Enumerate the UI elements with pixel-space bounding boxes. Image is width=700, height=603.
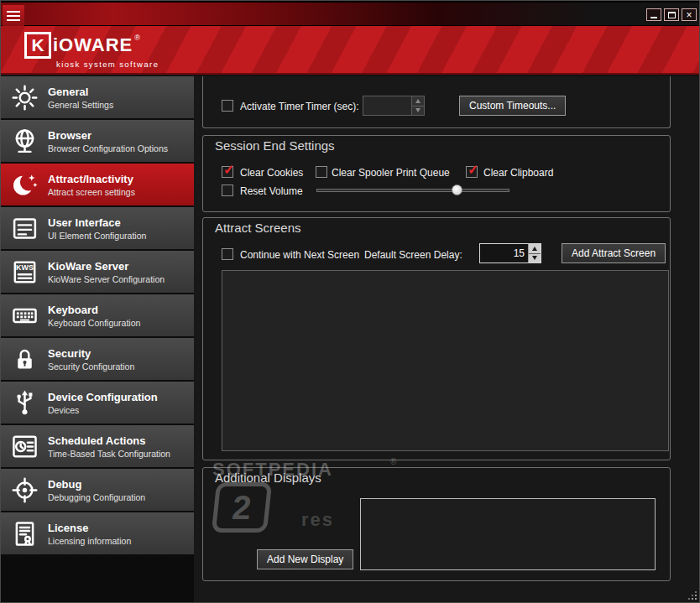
clear-spooler-label: Clear Spooler Print Queue xyxy=(332,167,450,179)
sidebar-item-title: License xyxy=(48,522,131,534)
clear-cookies-label: Clear Cookies xyxy=(240,167,303,179)
sidebar-item-subtitle: Attract screen settings xyxy=(48,187,135,197)
continue-next-screen-checkbox[interactable] xyxy=(222,248,233,260)
timer-group: Activate Timer Timer (sec): Custom Timeo… xyxy=(202,76,671,128)
sidebar-item-general[interactable]: GeneralGeneral Settings xyxy=(1,76,194,118)
reset-volume-checkbox[interactable] xyxy=(222,185,233,196)
kioware-logo: K iOWARE ® kiosk system software xyxy=(24,32,159,69)
attract-screens-title: Attract Screens xyxy=(215,221,301,235)
minimize-button[interactable] xyxy=(646,8,661,21)
sidebar-item-subtitle: KioWare Server Configuration xyxy=(48,274,165,284)
clear-clipboard-checkbox[interactable] xyxy=(466,166,478,178)
window-list-icon xyxy=(1,215,48,242)
logo-tagline: kiosk system software xyxy=(56,60,159,69)
resize-grip[interactable] xyxy=(687,590,697,600)
license-icon xyxy=(1,520,48,548)
sidebar-item-subtitle: UI Element Configuration xyxy=(48,231,146,241)
sidebar-item-scheduled-actions[interactable]: Scheduled ActionsTime-Based Task Configu… xyxy=(1,425,194,467)
sidebar-item-title: Security xyxy=(48,347,134,360)
logo-registered-mark: ® xyxy=(134,34,140,42)
sidebar-item-title: Device Configuration xyxy=(48,391,158,403)
clear-cookies-checkbox[interactable] xyxy=(222,166,233,178)
activate-timer-label: Activate Timer xyxy=(240,101,304,112)
sidebar-item-attract-inactivity[interactable]: Attract/InactivityAttract screen setting… xyxy=(1,164,194,205)
logo-wordmark: iOWARE xyxy=(53,34,133,56)
timer-spinner xyxy=(411,96,424,115)
clear-spooler-checkbox[interactable] xyxy=(316,166,327,178)
default-screen-delay-spinner[interactable]: 15 xyxy=(479,243,541,263)
additional-displays-group: Additional Displays Add New Display xyxy=(202,467,671,581)
moon-icon xyxy=(1,171,48,199)
maximize-icon xyxy=(668,12,676,18)
kioware-config-window: × K iOWARE ® kiosk system software Gener… xyxy=(0,0,700,603)
lock-icon xyxy=(1,346,48,373)
volume-slider[interactable] xyxy=(316,184,509,197)
sidebar-item-debug[interactable]: DebugDebugging Configuration xyxy=(1,469,194,511)
settings-panel: Activate Timer Timer (sec): Custom Timeo… xyxy=(194,76,700,603)
clear-clipboard-label: Clear Clipboard xyxy=(483,167,553,179)
sidebar-item-security[interactable]: SecuritySecurity Configuration xyxy=(1,338,194,380)
sidebar-item-title: Debug xyxy=(48,478,145,491)
sidebar-item-browser[interactable]: BrowserBrowser Configuration Options xyxy=(1,120,194,162)
svg-text:KWS: KWS xyxy=(16,263,34,272)
sidebar-nav: GeneralGeneral Settings BrowserBrowser C… xyxy=(1,76,194,603)
sidebar-item-subtitle: Time-Based Task Configuration xyxy=(48,449,170,459)
delay-spin-up-icon[interactable] xyxy=(529,244,541,253)
keyboard-icon xyxy=(1,302,48,330)
close-button[interactable]: × xyxy=(682,8,697,21)
kws-server-icon: KWS xyxy=(1,258,48,286)
delay-spinner-buttons xyxy=(528,244,541,263)
timer-value xyxy=(363,96,411,115)
target-icon xyxy=(1,476,48,504)
sidebar-item-keyboard[interactable]: KeyboardKeyboard Configuration xyxy=(1,294,194,336)
gear-icon xyxy=(1,84,48,112)
maximize-button[interactable] xyxy=(664,8,679,21)
sidebar-item-subtitle: Security Configuration xyxy=(48,361,134,372)
logo-k-box: K xyxy=(24,32,51,59)
sidebar-item-title: User Interface xyxy=(48,216,146,229)
attract-screens-list[interactable] xyxy=(222,270,669,451)
sidebar-item-title: Scheduled Actions xyxy=(48,434,170,447)
attract-screens-group: Attract Screens Continue with Next Scree… xyxy=(202,217,671,460)
sidebar-item-subtitle: Licensing information xyxy=(48,536,131,546)
sidebar-item-kioware-server[interactable]: KWS KioWare ServerKioWare Server Configu… xyxy=(1,251,194,293)
timer-spin-up-icon[interactable] xyxy=(412,96,424,106)
close-icon: × xyxy=(686,10,692,20)
sidebar-item-title: Keyboard xyxy=(48,304,140,316)
delay-spin-down-icon[interactable] xyxy=(529,253,541,263)
sidebar-item-license[interactable]: LicenseLicensing information xyxy=(1,512,194,554)
reset-volume-label: Reset Volume xyxy=(240,185,303,197)
sidebar-item-subtitle: Keyboard Configuration xyxy=(48,318,140,328)
title-bar: × xyxy=(1,1,700,26)
add-attract-screen-button[interactable]: Add Attract Screen xyxy=(562,243,666,263)
continue-next-screen-label: Continue with Next Screen xyxy=(240,249,359,261)
timer-sec-label: Timer (sec): xyxy=(306,101,359,112)
additional-displays-list[interactable] xyxy=(360,498,656,570)
sidebar-item-device-configuration[interactable]: Device ConfigurationDevices xyxy=(1,382,194,424)
hamburger-menu-icon[interactable] xyxy=(3,5,24,26)
sidebar-item-title: KioWare Server xyxy=(48,260,165,273)
timer-input[interactable] xyxy=(363,96,425,116)
globe-icon xyxy=(1,127,48,155)
add-new-display-button[interactable]: Add New Display xyxy=(257,549,353,569)
additional-displays-title: Additional Displays xyxy=(215,470,321,485)
sidebar-item-subtitle: Browser Configuration Options xyxy=(48,143,168,153)
sidebar-item-title: Browser xyxy=(48,129,168,142)
volume-slider-track[interactable] xyxy=(316,189,509,192)
clock-list-icon xyxy=(1,433,48,460)
default-screen-delay-value: 15 xyxy=(480,244,528,263)
brand-header: K iOWARE ® kiosk system software xyxy=(1,26,700,75)
volume-slider-thumb[interactable] xyxy=(452,185,462,195)
sidebar-item-subtitle: Debugging Configuration xyxy=(48,492,145,502)
custom-timeouts-button[interactable]: Custom Timeouts... xyxy=(459,96,566,116)
sidebar-item-title: Attract/Inactivity xyxy=(48,173,135,185)
activate-timer-checkbox[interactable] xyxy=(222,100,233,112)
window-controls: × xyxy=(646,8,697,21)
sidebar-item-user-interface[interactable]: User InterfaceUI Element Configuration xyxy=(1,207,194,249)
minimize-icon xyxy=(650,17,657,18)
sidebar-item-subtitle: General Settings xyxy=(48,100,113,110)
session-end-title: Session End Settings xyxy=(215,138,335,153)
usb-icon xyxy=(1,389,48,417)
default-screen-delay-label: Default Screen Delay: xyxy=(364,249,462,261)
timer-spin-down-icon[interactable] xyxy=(412,106,424,116)
